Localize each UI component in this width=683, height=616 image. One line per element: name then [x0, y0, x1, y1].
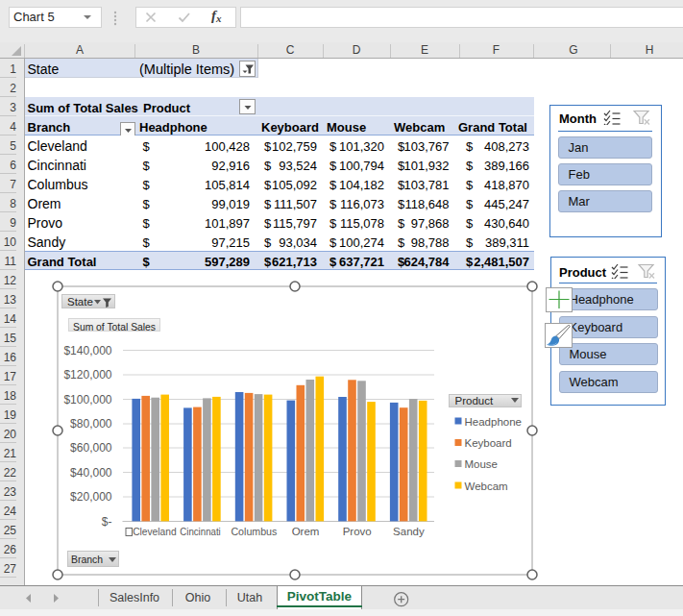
svg-text:Sum of Total Sales: Sum of Total Sales	[73, 321, 156, 333]
svg-text:$40,000: $40,000	[70, 466, 112, 480]
svg-text:Headphone: Headphone	[465, 416, 522, 428]
svg-text:$140,000: $140,000	[63, 344, 111, 357]
svg-text:$100,000: $100,000	[63, 393, 111, 407]
svg-text:Webcam: Webcam	[465, 480, 508, 492]
svg-text:Keyboard: Keyboard	[465, 437, 512, 449]
svg-text:$120,000: $120,000	[63, 368, 111, 382]
svg-text:$60,000: $60,000	[70, 441, 112, 455]
svg-text:Mouse: Mouse	[465, 458, 499, 470]
svg-text:$20,000: $20,000	[70, 490, 112, 504]
svg-text:Orem: Orem	[292, 526, 320, 537]
svg-text:Sandy: Sandy	[393, 526, 425, 537]
svg-text:Branch: Branch	[71, 554, 103, 565]
svg-text:Columbus: Columbus	[231, 526, 277, 537]
svg-text:Cleveland: Cleveland	[133, 526, 177, 537]
svg-text:Cincinnati: Cincinnati	[180, 526, 221, 537]
svg-text:$-: $-	[102, 515, 112, 529]
svg-text:Provo: Provo	[343, 526, 372, 537]
svg-text:$80,000: $80,000	[70, 417, 112, 431]
